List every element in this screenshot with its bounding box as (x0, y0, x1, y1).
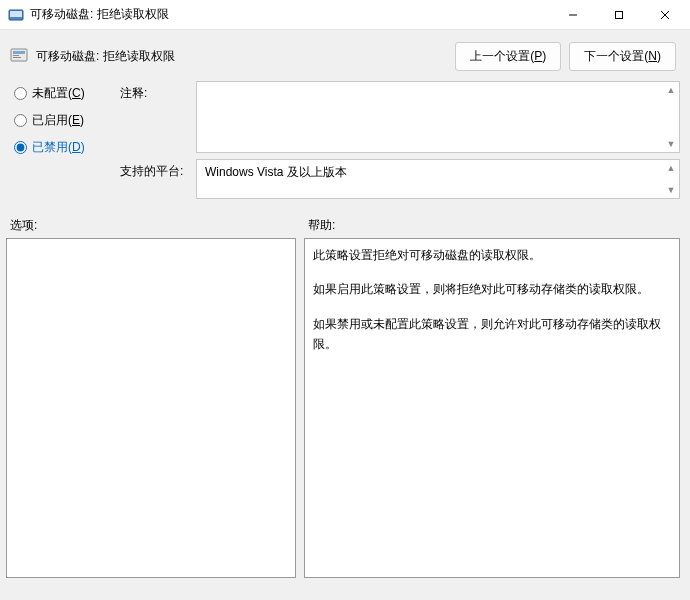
scroll-down-icon[interactable]: ▼ (665, 138, 677, 150)
options-pane[interactable] (6, 238, 296, 578)
comment-label: 注释: (120, 81, 190, 153)
help-label: 帮助: (308, 217, 678, 234)
platform-textbox: Windows Vista 及以上版本 ▲ ▼ (196, 159, 680, 199)
help-paragraph: 如果禁用或未配置此策略设置，则允许对此可移动存储类的读取权限。 (313, 314, 671, 355)
help-paragraph: 此策略设置拒绝对可移动磁盘的读取权限。 (313, 245, 671, 265)
maximize-button[interactable] (596, 0, 642, 30)
previous-setting-button[interactable]: 上一个设置(P) (455, 42, 561, 71)
svg-rect-3 (616, 11, 623, 18)
minimize-button[interactable] (550, 0, 596, 30)
policy-title: 可移动磁盘: 拒绝读取权限 (36, 48, 447, 65)
options-label: 选项: (10, 217, 300, 234)
header-row: 可移动磁盘: 拒绝读取权限 上一个设置(P) 下一个设置(N) (0, 30, 690, 81)
app-icon (8, 7, 24, 23)
window-title: 可移动磁盘: 拒绝读取权限 (30, 6, 169, 23)
platform-label: 支持的平台: (120, 153, 190, 199)
svg-rect-1 (10, 11, 22, 17)
scroll-up-icon[interactable]: ▲ (665, 84, 677, 96)
close-button[interactable] (642, 0, 688, 30)
comment-textbox[interactable]: ▲ ▼ (196, 81, 680, 153)
radio-not-configured[interactable]: 未配置(C) (14, 85, 114, 102)
platform-value: Windows Vista 及以上版本 (205, 165, 347, 179)
next-setting-button[interactable]: 下一个设置(N) (569, 42, 676, 71)
scroll-up-icon[interactable]: ▲ (665, 162, 677, 174)
state-radio-group: 未配置(C) 已启用(E) 已禁用(D) (14, 81, 114, 199)
svg-rect-8 (13, 55, 19, 56)
titlebar: 可移动磁盘: 拒绝读取权限 (0, 0, 690, 30)
radio-enabled[interactable]: 已启用(E) (14, 112, 114, 129)
help-paragraph: 如果启用此策略设置，则将拒绝对此可移动存储类的读取权限。 (313, 279, 671, 299)
help-pane[interactable]: 此策略设置拒绝对可移动磁盘的读取权限。 如果启用此策略设置，则将拒绝对此可移动存… (304, 238, 680, 578)
svg-rect-9 (13, 57, 21, 58)
policy-icon (10, 47, 30, 67)
svg-rect-7 (13, 51, 25, 54)
radio-disabled[interactable]: 已禁用(D) (14, 139, 114, 156)
scroll-down-icon[interactable]: ▼ (665, 184, 677, 196)
